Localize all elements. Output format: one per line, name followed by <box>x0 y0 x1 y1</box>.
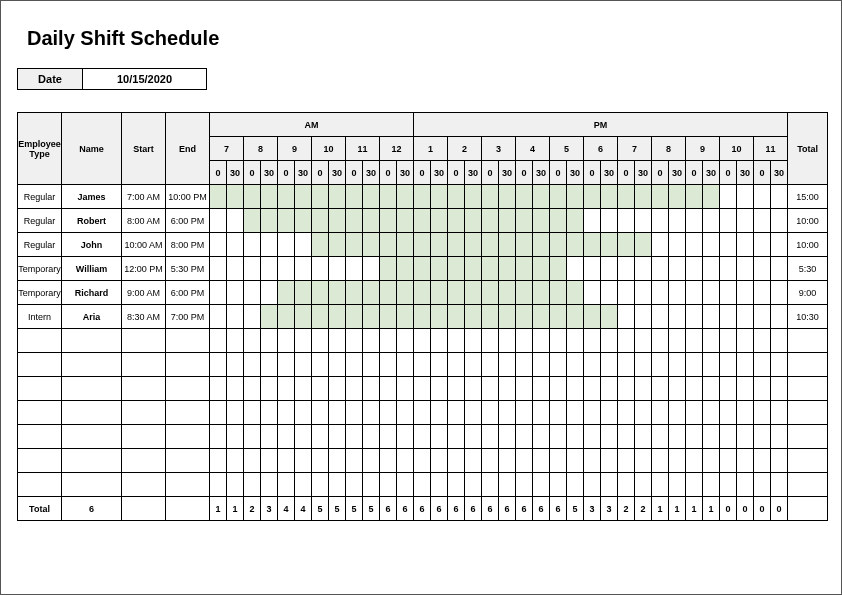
slot-cell <box>635 233 652 257</box>
slot-cell <box>414 209 431 233</box>
hdr-sub: 30 <box>431 161 448 185</box>
slot-cell <box>482 305 499 329</box>
slot-cell <box>380 233 397 257</box>
hdr-sub: 0 <box>244 161 261 185</box>
slot-cell <box>601 233 618 257</box>
slot-cell <box>431 185 448 209</box>
blank-row <box>18 473 828 497</box>
slot-cell <box>431 209 448 233</box>
hdr-hour: 9 <box>278 137 312 161</box>
cell-start: 7:00 AM <box>122 185 166 209</box>
hdr-sub: 30 <box>533 161 550 185</box>
slot-cell <box>499 281 516 305</box>
slot-cell <box>380 209 397 233</box>
slot-cell <box>584 209 601 233</box>
slot-cell <box>584 305 601 329</box>
hdr-sub: 30 <box>567 161 584 185</box>
slot-cell <box>312 305 329 329</box>
slot-cell <box>635 281 652 305</box>
slot-cell <box>465 257 482 281</box>
slot-cell <box>652 257 669 281</box>
slot-cell <box>380 305 397 329</box>
cell-type: Intern <box>18 305 62 329</box>
cell-name: William <box>62 257 122 281</box>
slot-cell <box>754 185 771 209</box>
footer-slot: 4 <box>295 497 312 521</box>
hdr-start: Start <box>122 113 166 185</box>
hdr-sub: 0 <box>686 161 703 185</box>
cell-name: Robert <box>62 209 122 233</box>
slot-cell <box>227 281 244 305</box>
hdr-hour: 5 <box>550 137 584 161</box>
slot-cell <box>686 233 703 257</box>
slot-cell <box>363 233 380 257</box>
slot-cell <box>227 257 244 281</box>
hdr-am: AM <box>210 113 414 137</box>
slot-cell <box>261 281 278 305</box>
slot-cell <box>584 281 601 305</box>
slot-cell <box>244 209 261 233</box>
footer-slot: 2 <box>618 497 635 521</box>
slot-cell <box>210 281 227 305</box>
employee-row: TemporaryRichard9:00 AM6:00 PM9:00 <box>18 281 828 305</box>
slot-cell <box>312 257 329 281</box>
cell-type: Temporary <box>18 281 62 305</box>
hdr-hour: 7 <box>210 137 244 161</box>
cell-type: Regular <box>18 233 62 257</box>
slot-cell <box>550 257 567 281</box>
footer-slot: 2 <box>244 497 261 521</box>
slot-cell <box>737 185 754 209</box>
cell-total: 15:00 <box>788 185 828 209</box>
footer-slot: 3 <box>601 497 618 521</box>
slot-cell <box>669 209 686 233</box>
slot-cell <box>363 257 380 281</box>
cell-total: 10:30 <box>788 305 828 329</box>
hdr-sub: 0 <box>754 161 771 185</box>
slot-cell <box>771 305 788 329</box>
slot-cell <box>516 257 533 281</box>
slot-cell <box>533 209 550 233</box>
slot-cell <box>363 209 380 233</box>
slot-cell <box>227 305 244 329</box>
hdr-sub: 30 <box>635 161 652 185</box>
hdr-hour: 2 <box>448 137 482 161</box>
footer-slot: 6 <box>465 497 482 521</box>
footer-slot: 1 <box>210 497 227 521</box>
cell-name: John <box>62 233 122 257</box>
footer-slot: 0 <box>754 497 771 521</box>
slot-cell <box>465 185 482 209</box>
footer-slot: 0 <box>771 497 788 521</box>
cell-end: 10:00 PM <box>166 185 210 209</box>
slot-cell <box>244 233 261 257</box>
slot-cell <box>346 233 363 257</box>
slot-cell <box>533 305 550 329</box>
slot-cell <box>567 305 584 329</box>
slot-cell <box>567 233 584 257</box>
cell-type: Regular <box>18 185 62 209</box>
footer-slot: 4 <box>278 497 295 521</box>
slot-cell <box>567 281 584 305</box>
page: Daily Shift Schedule Date 10/15/2020 Emp… <box>0 0 842 595</box>
slot-cell <box>329 281 346 305</box>
slot-cell <box>703 257 720 281</box>
slot-cell <box>584 233 601 257</box>
slot-cell <box>431 257 448 281</box>
slot-cell <box>686 209 703 233</box>
hdr-sub: 30 <box>601 161 618 185</box>
slot-cell <box>550 209 567 233</box>
cell-start: 8:00 AM <box>122 209 166 233</box>
hdr-hour: 11 <box>754 137 788 161</box>
slot-cell <box>363 281 380 305</box>
slot-cell <box>635 185 652 209</box>
slot-cell <box>397 185 414 209</box>
slot-cell <box>516 209 533 233</box>
slot-cell <box>261 233 278 257</box>
blank-row <box>18 353 828 377</box>
slot-cell <box>601 257 618 281</box>
slot-cell <box>737 233 754 257</box>
slot-cell <box>669 185 686 209</box>
hdr-sub: 30 <box>261 161 278 185</box>
cell-name: Richard <box>62 281 122 305</box>
slot-cell <box>499 305 516 329</box>
slot-cell <box>635 305 652 329</box>
